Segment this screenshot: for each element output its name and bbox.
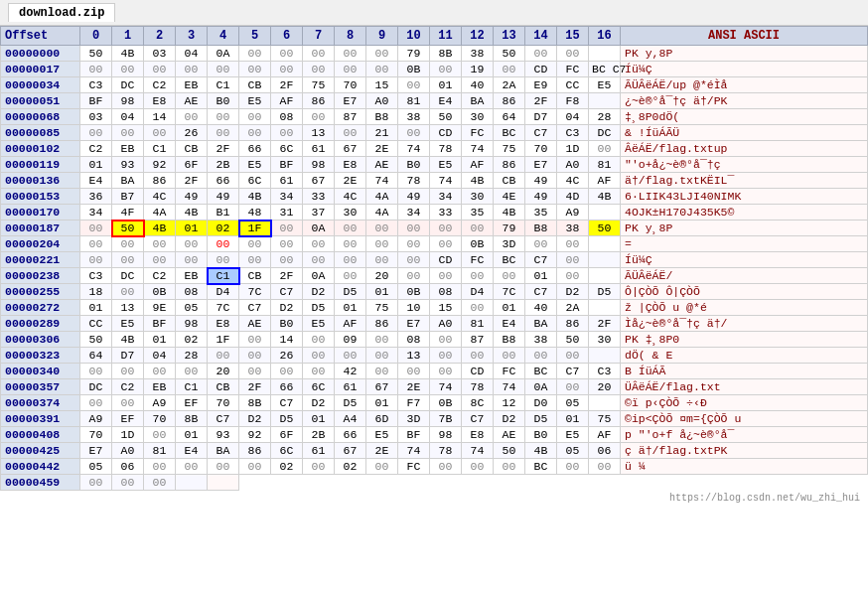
byte-cell-6-3[interactable]: CB xyxy=(176,141,208,157)
byte-cell-18-6[interactable]: 14 xyxy=(271,332,303,348)
byte-cell-25-15[interactable]: 05 xyxy=(557,443,589,459)
byte-cell-26-4[interactable]: 00 xyxy=(208,459,239,475)
byte-cell-21-12[interactable]: 78 xyxy=(462,379,494,395)
byte-cell-26-6[interactable]: 02 xyxy=(271,459,303,475)
byte-cell-3-8[interactable]: E7 xyxy=(335,93,366,109)
byte-cell-0-7[interactable]: 00 xyxy=(303,46,335,62)
byte-cell-2-4[interactable]: C1 xyxy=(208,77,239,93)
extra-cell-10[interactable] xyxy=(589,205,621,221)
byte-cell-8-0[interactable]: E4 xyxy=(80,173,112,189)
byte-cell-23-13[interactable]: D2 xyxy=(494,411,525,427)
byte-cell-22-1[interactable]: 00 xyxy=(112,395,144,411)
byte-cell-12-4[interactable]: 00 xyxy=(208,236,239,252)
byte-cell-15-14[interactable]: C7 xyxy=(525,284,557,300)
byte-cell-4-8[interactable]: 87 xyxy=(335,109,366,125)
byte-cell-20-3[interactable]: 00 xyxy=(176,364,208,379)
byte-cell-2-15[interactable]: CC xyxy=(557,77,589,93)
byte-cell-10-11[interactable]: 33 xyxy=(430,205,462,221)
byte-cell-9-6[interactable]: 34 xyxy=(271,189,303,205)
byte-cell-19-8[interactable]: 00 xyxy=(335,348,366,364)
byte-cell-1-0[interactable]: 00 xyxy=(80,62,112,77)
byte-cell-16-15[interactable]: 2A xyxy=(557,300,589,316)
byte-cell-21-5[interactable]: 2F xyxy=(239,379,271,395)
byte-cell-13-6[interactable]: 00 xyxy=(271,252,303,268)
byte-cell-23-4[interactable]: C7 xyxy=(208,411,239,427)
byte-cell-1-7[interactable]: 00 xyxy=(303,62,335,77)
byte-cell-13-10[interactable]: 00 xyxy=(398,252,430,268)
byte-cell-3-6[interactable]: AF xyxy=(271,93,303,109)
byte-cell-0-9[interactable]: 00 xyxy=(366,46,398,62)
byte-cell-11-7[interactable]: 0A xyxy=(303,221,335,236)
byte-cell-9-1[interactable]: B7 xyxy=(112,189,144,205)
byte-cell-21-8[interactable]: 61 xyxy=(335,379,366,395)
byte-cell-10-4[interactable]: B1 xyxy=(208,205,239,221)
extra-cell-23[interactable]: 75 xyxy=(589,411,621,427)
byte-cell-20-0[interactable]: 00 xyxy=(80,364,112,379)
byte-cell-14-13[interactable]: 00 xyxy=(494,268,525,284)
byte-cell-23-7[interactable]: 01 xyxy=(303,411,335,427)
byte-cell-7-2[interactable]: 92 xyxy=(144,157,176,173)
byte-cell-18-14[interactable]: 38 xyxy=(525,332,557,348)
byte-cell-4-4[interactable]: 00 xyxy=(208,109,239,125)
byte-cell-8-15[interactable]: 4C xyxy=(557,173,589,189)
byte-cell-10-13[interactable]: 4B xyxy=(494,205,525,221)
byte-cell-24-15[interactable]: E5 xyxy=(557,427,589,443)
byte-cell-2-1[interactable]: DC xyxy=(112,77,144,93)
extra-cell-25[interactable]: 06 xyxy=(589,443,621,459)
byte-cell-26-1[interactable]: 06 xyxy=(112,459,144,475)
byte-cell-12-15[interactable]: 00 xyxy=(557,236,589,252)
byte-cell-26-7[interactable]: 00 xyxy=(303,459,335,475)
byte-cell-3-0[interactable]: BF xyxy=(80,93,112,109)
byte-cell-25-10[interactable]: 74 xyxy=(398,443,430,459)
byte-cell-7-3[interactable]: 6F xyxy=(176,157,208,173)
byte-cell-9-7[interactable]: 33 xyxy=(303,189,335,205)
byte-cell-18-11[interactable]: 00 xyxy=(430,332,462,348)
byte-cell-1-10[interactable]: 0B xyxy=(398,62,430,77)
byte-cell-18-12[interactable]: 87 xyxy=(462,332,494,348)
byte-cell-18-3[interactable]: 02 xyxy=(176,332,208,348)
byte-cell-10-5[interactable]: 48 xyxy=(239,205,271,221)
byte-cell-26-0[interactable]: 05 xyxy=(80,459,112,475)
byte-cell-12-9[interactable]: 00 xyxy=(366,236,398,252)
byte-cell-16-8[interactable]: 01 xyxy=(335,300,366,316)
byte-cell-9-2[interactable]: 4C xyxy=(144,189,176,205)
byte-cell-1-1[interactable]: 00 xyxy=(112,62,144,77)
byte-cell-8-13[interactable]: CB xyxy=(494,173,525,189)
extra-cell-27[interactable] xyxy=(176,475,208,491)
byte-cell-22-7[interactable]: D2 xyxy=(303,395,335,411)
byte-cell-19-11[interactable]: 00 xyxy=(430,348,462,364)
byte-cell-8-11[interactable]: 74 xyxy=(430,173,462,189)
byte-cell-4-3[interactable]: 00 xyxy=(176,109,208,125)
byte-cell-19-7[interactable]: 00 xyxy=(303,348,335,364)
byte-cell-14-14[interactable]: 01 xyxy=(525,268,557,284)
byte-cell-12-0[interactable]: 00 xyxy=(80,236,112,252)
byte-cell-25-11[interactable]: 78 xyxy=(430,443,462,459)
byte-cell-26-2[interactable]: 00 xyxy=(144,459,176,475)
byte-cell-11-4[interactable]: 02 xyxy=(208,221,239,236)
byte-cell-0-0[interactable]: 50 xyxy=(80,46,112,62)
byte-cell-12-5[interactable]: 00 xyxy=(239,236,271,252)
byte-cell-14-9[interactable]: 20 xyxy=(366,268,398,284)
byte-cell-17-15[interactable]: 86 xyxy=(557,316,589,332)
byte-cell-25-13[interactable]: 50 xyxy=(494,443,525,459)
byte-cell-9-10[interactable]: 49 xyxy=(398,189,430,205)
byte-cell-8-2[interactable]: 86 xyxy=(144,173,176,189)
byte-cell-10-8[interactable]: 30 xyxy=(335,205,366,221)
byte-cell-14-3[interactable]: EB xyxy=(176,268,208,284)
byte-cell-7-12[interactable]: AF xyxy=(462,157,494,173)
byte-cell-15-10[interactable]: 0B xyxy=(398,284,430,300)
byte-cell-22-11[interactable]: 0B xyxy=(430,395,462,411)
byte-cell-19-2[interactable]: 04 xyxy=(144,348,176,364)
byte-cell-19-5[interactable]: 00 xyxy=(239,348,271,364)
byte-cell-21-3[interactable]: C1 xyxy=(176,379,208,395)
byte-cell-23-12[interactable]: C7 xyxy=(462,411,494,427)
byte-cell-8-7[interactable]: 67 xyxy=(303,173,335,189)
byte-cell-1-5[interactable]: 00 xyxy=(239,62,271,77)
byte-cell-12-7[interactable]: 00 xyxy=(303,236,335,252)
byte-cell-7-14[interactable]: E7 xyxy=(525,157,557,173)
byte-cell-14-5[interactable]: CB xyxy=(239,268,271,284)
byte-cell-20-2[interactable]: 00 xyxy=(144,364,176,379)
byte-cell-14-4[interactable]: C1 xyxy=(208,268,239,284)
byte-cell-3-9[interactable]: A0 xyxy=(366,93,398,109)
byte-cell-18-5[interactable]: 00 xyxy=(239,332,271,348)
